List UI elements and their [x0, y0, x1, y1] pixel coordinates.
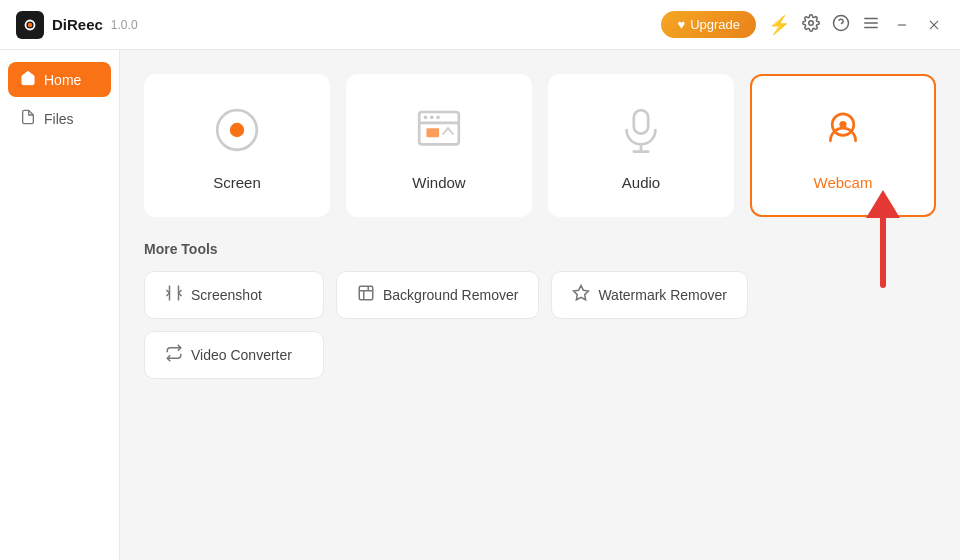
app-logo: [16, 11, 44, 39]
main-layout: Home Files: [0, 50, 960, 560]
svg-rect-33: [359, 286, 373, 300]
title-bar-right: ♥ Upgrade ⚡: [661, 11, 944, 38]
sidebar-home-label: Home: [44, 72, 81, 88]
webcam-tile-icon: [813, 100, 873, 160]
audio-tile-label: Audio: [622, 174, 660, 191]
upgrade-button[interactable]: ♥ Upgrade: [661, 11, 756, 38]
audio-tile[interactable]: Audio: [548, 74, 734, 217]
tool-background-remover[interactable]: Background Remover: [336, 271, 539, 319]
sidebar-item-files[interactable]: Files: [8, 101, 111, 136]
tool-video-converter[interactable]: Video Converter: [144, 331, 324, 379]
watermark-remover-icon: [572, 284, 590, 306]
sidebar-files-label: Files: [44, 111, 74, 127]
window-tile[interactable]: Window: [346, 74, 532, 217]
svg-marker-34: [574, 286, 589, 300]
svg-point-18: [424, 116, 428, 120]
window-tile-label: Window: [412, 174, 465, 191]
tools-grid: Screenshot Background Remover: [144, 271, 936, 379]
close-button[interactable]: [924, 15, 944, 35]
webcam-tile[interactable]: Webcam: [750, 74, 936, 217]
upgrade-heart-icon: ♥: [677, 17, 685, 32]
more-tools-section: More Tools Screenshot: [144, 241, 936, 379]
background-remover-icon: [357, 284, 375, 306]
title-bar: DiReec 1.0.0 ♥ Upgrade ⚡: [0, 0, 960, 50]
window-tile-icon: [409, 100, 469, 160]
tool-watermark-remover-label: Watermark Remover: [598, 287, 727, 303]
more-tools-title: More Tools: [144, 241, 936, 257]
minimize-button[interactable]: [892, 15, 912, 35]
tool-screenshot[interactable]: Screenshot: [144, 271, 324, 319]
screenshot-icon: [165, 284, 183, 306]
app-name: DiReec: [52, 16, 103, 33]
svg-point-15: [230, 123, 244, 137]
app-version: 1.0.0: [111, 18, 138, 32]
home-icon: [20, 70, 36, 89]
title-bar-left: DiReec 1.0.0: [16, 11, 661, 39]
svg-point-2: [28, 22, 33, 27]
screen-tile-icon: [207, 100, 267, 160]
sidebar-item-home[interactable]: Home: [8, 62, 111, 97]
tiles-row: Screen Window: [144, 74, 936, 217]
sidebar: Home Files: [0, 50, 120, 560]
tool-video-converter-label: Video Converter: [191, 347, 292, 363]
help-icon[interactable]: [832, 14, 850, 35]
files-icon: [20, 109, 36, 128]
upgrade-label: Upgrade: [690, 17, 740, 32]
svg-point-19: [430, 116, 434, 120]
audio-tile-icon: [611, 100, 671, 160]
svg-rect-22: [634, 110, 648, 133]
tool-screenshot-label: Screenshot: [191, 287, 262, 303]
svg-marker-13: [866, 190, 900, 218]
tool-watermark-remover[interactable]: Watermark Remover: [551, 271, 748, 319]
screen-tile-label: Screen: [213, 174, 261, 191]
svg-point-20: [436, 116, 440, 120]
svg-rect-21: [426, 128, 439, 137]
video-converter-icon: [165, 344, 183, 366]
tool-background-remover-label: Background Remover: [383, 287, 518, 303]
content-area: Screen Window: [120, 50, 960, 560]
settings-icon[interactable]: [802, 14, 820, 35]
menu-icon[interactable]: [862, 14, 880, 35]
webcam-arrow: [858, 190, 908, 290]
svg-point-3: [809, 21, 814, 26]
webcam-tile-label: Webcam: [814, 174, 873, 191]
flame-icon[interactable]: ⚡: [768, 16, 790, 34]
screen-tile[interactable]: Screen: [144, 74, 330, 217]
